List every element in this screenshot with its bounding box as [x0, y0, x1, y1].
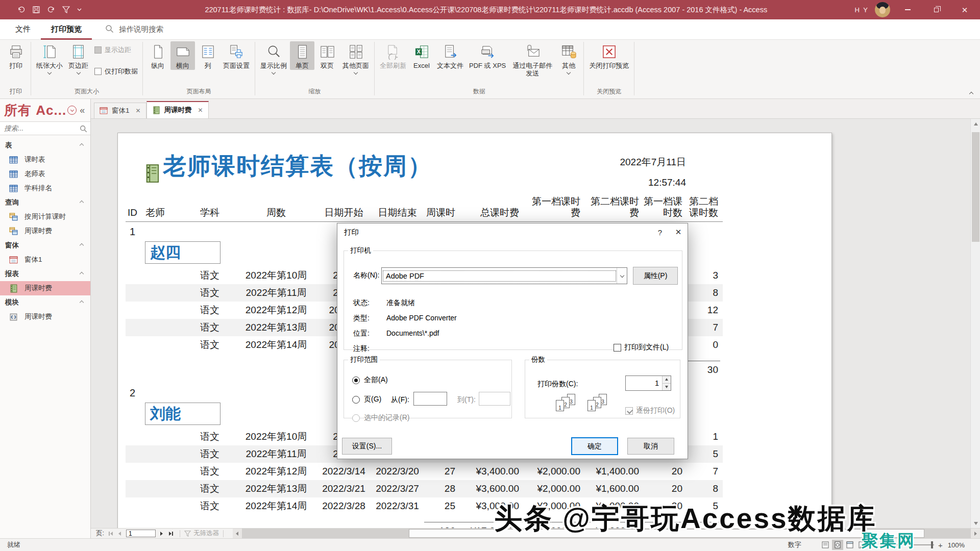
redo-icon[interactable]	[47, 6, 55, 13]
close-tab-icon[interactable]: ✕	[198, 107, 203, 114]
close-button[interactable]: ✕	[953, 0, 976, 19]
print-dialog-titlebar[interactable]: 打印 ? ✕	[337, 223, 688, 241]
nav-pane-header[interactable]: 所有 Ac... «	[0, 99, 90, 121]
nav-item-课时表[interactable]: 课时表	[0, 153, 90, 167]
copies-stepper[interactable]: 1	[625, 375, 671, 391]
dialog-close-button[interactable]: ✕	[669, 223, 688, 241]
nav-search-input[interactable]	[0, 122, 90, 135]
avatar[interactable]	[875, 2, 890, 17]
vertical-scroll-thumb[interactable]	[972, 132, 979, 242]
nav-section-报表[interactable]: 报表	[0, 267, 90, 281]
ribbon-button-单页[interactable]: 单页	[290, 41, 314, 70]
zoom-thumb[interactable]	[931, 541, 933, 548]
ribbon-button-文本文件[interactable]: 文本文件	[434, 41, 466, 70]
range-selected-radio[interactable]: 选中的记录(R)	[352, 413, 409, 422]
ribbon-button-Excel[interactable]: XExcel	[409, 41, 434, 70]
current-page-input[interactable]	[126, 530, 156, 537]
collate-checkbox[interactable]: 逐份打印(O)	[625, 406, 675, 415]
nav-section-窗体[interactable]: 窗体	[0, 238, 90, 253]
last-page-button[interactable]	[166, 530, 176, 538]
nav-item-label: 老师表	[24, 169, 45, 179]
ribbon-button-纸张大小[interactable]: 纸张大小	[34, 41, 65, 74]
nav-item-窗体1[interactable]: 窗体1	[0, 253, 90, 267]
scroll-down-icon[interactable]	[971, 518, 980, 528]
view-layout-icon[interactable]	[844, 540, 855, 550]
properties-button[interactable]: 属性(P)	[633, 267, 678, 285]
tell-me-search[interactable]: 操作说明搜索	[105, 24, 163, 35]
nav-item-周课时费[interactable]: 周课时费	[0, 281, 90, 295]
spin-up-icon[interactable]	[663, 376, 671, 383]
print-to-file-checkbox[interactable]: 打印到文件(L)	[614, 343, 669, 352]
vertical-scrollbar[interactable]	[970, 119, 980, 528]
scroll-up-icon[interactable]	[971, 119, 980, 129]
close-tab-icon[interactable]: ✕	[136, 107, 141, 114]
from-page-input[interactable]	[413, 392, 447, 406]
nav-section-查询[interactable]: 查询	[0, 195, 90, 210]
group-separator	[634, 42, 634, 95]
tab-print-preview[interactable]: 打印预览	[41, 19, 92, 40]
chevron-up-icon	[80, 143, 84, 147]
restore-button[interactable]	[925, 0, 947, 19]
first-page-button[interactable]	[106, 530, 115, 538]
undo-icon[interactable]	[17, 6, 26, 13]
range-pages-radio[interactable]: 页(G)	[352, 395, 381, 404]
ribbon-button-列[interactable]: 列	[195, 41, 220, 70]
doc-tab-weekly-fee[interactable]: 周课时费 ✕	[146, 101, 209, 118]
nav-search-box[interactable]	[0, 121, 90, 135]
ribbon-button-页面设置[interactable]: 页面设置	[220, 41, 252, 70]
nav-item-学科排名[interactable]: 学科排名	[0, 181, 90, 195]
ribbon-button-横向[interactable]: 横向	[170, 41, 195, 70]
customize-qat-icon[interactable]	[77, 8, 82, 11]
ribbon-button-纵向[interactable]: 纵向	[145, 41, 170, 70]
nav-menu-icon[interactable]	[67, 106, 77, 115]
scroll-right-icon[interactable]	[971, 529, 980, 538]
tab-file[interactable]: 文件	[5, 19, 41, 40]
filter-icon[interactable]	[62, 6, 70, 13]
cancel-button[interactable]: 取消	[627, 438, 674, 455]
ribbon-button-显示比例[interactable]: 显示比例	[258, 41, 289, 74]
ribbon-button-打印[interactable]: 打印	[4, 41, 28, 70]
zoom-in-icon[interactable]: +	[938, 541, 943, 549]
ribbon-button-label: 通过电子邮件发送	[511, 62, 553, 78]
user-initials[interactable]: H Y	[855, 6, 869, 14]
column-header: 第一档课时数	[641, 188, 684, 221]
chevron-down-icon[interactable]	[617, 268, 627, 284]
next-page-button[interactable]	[157, 530, 166, 538]
ribbon-button-通过电子邮件发送[interactable]: 通过电子邮件发送	[509, 41, 556, 78]
ribbon-button-其他[interactable]: 其他	[556, 41, 581, 74]
nav-item-按周计算课时[interactable]: 按周计算课时	[0, 210, 90, 224]
view-report-icon[interactable]	[820, 540, 831, 550]
nav-item-周课时费[interactable]: 周课时费	[0, 310, 90, 324]
save-icon[interactable]	[33, 6, 40, 13]
nav-item-老师表[interactable]: 老师表	[0, 167, 90, 181]
ribbon-button-label: 文本文件	[437, 62, 463, 69]
nav-section-模块[interactable]: 模块	[0, 295, 90, 310]
printer-name-combobox[interactable]: Adobe PDF	[381, 267, 627, 284]
column-header: 老师	[143, 188, 184, 221]
dialog-help-button[interactable]: ?	[651, 223, 669, 241]
to-page-input[interactable]	[479, 392, 510, 406]
shutter-bar-icon[interactable]: «	[80, 105, 85, 116]
previous-page-button[interactable]	[115, 530, 125, 538]
range-all-radio[interactable]: 全部(A)	[352, 375, 388, 385]
ribbon-button-关闭打印预览[interactable]: 关闭打印预览	[586, 41, 631, 70]
ok-button[interactable]: 确定	[571, 437, 618, 455]
ribbon-button-双页[interactable]: 双页	[315, 41, 339, 70]
checkbox-仅打印数据[interactable]: 仅打印数据	[94, 67, 138, 76]
ribbon-button-其他页面[interactable]: 其他页面	[340, 41, 372, 74]
ribbon-button-label: 全部刷新	[380, 62, 406, 69]
doc-tab-form1[interactable]: 窗体1 ✕	[94, 103, 146, 118]
collapse-ribbon-icon[interactable]	[969, 92, 973, 96]
minimize-button[interactable]	[896, 0, 919, 19]
spin-down-icon[interactable]	[663, 383, 671, 391]
column-header: 周数	[235, 188, 317, 221]
view-print-preview-icon[interactable]	[832, 540, 843, 550]
ribbon-button-页边距[interactable]: 页边距	[66, 41, 91, 74]
print-dialog[interactable]: 打印 ? ✕ 打印机 名称(N): Adobe PDF 属性(P) 状态: 准备…	[337, 223, 688, 459]
no-filter-button[interactable]: 无筛选器	[184, 529, 219, 538]
setup-button[interactable]: 设置(S)...	[342, 438, 392, 455]
ribbon-button-PDF 或 XPS[interactable]: PDF 或 XPS	[467, 41, 508, 70]
nav-section-表[interactable]: 表	[0, 138, 90, 153]
nav-item-周课时费[interactable]: 周课时费	[0, 224, 90, 238]
scroll-left-icon[interactable]	[233, 529, 242, 538]
